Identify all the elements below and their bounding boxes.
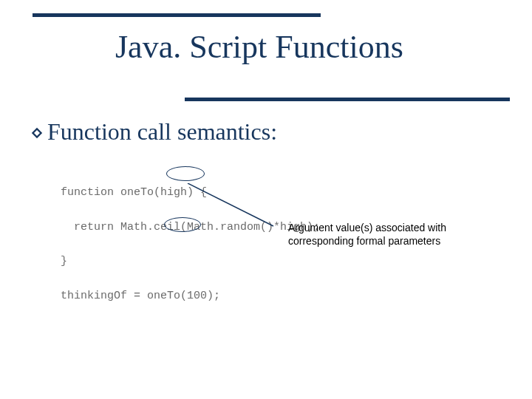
code-line-4: thinkingOf = oneTo(100); <box>61 287 320 304</box>
code-line-1: function oneTo(high) { <box>61 184 320 201</box>
page-title: Java. Script Functions <box>115 28 403 66</box>
diamond-bullet-icon <box>31 127 43 139</box>
title-underline-rule <box>185 98 510 101</box>
code-line-3: } <box>61 253 320 270</box>
top-horizontal-rule <box>33 13 321 17</box>
bullet-text: Function call semantics: <box>47 118 277 146</box>
bullet-row: Function call semantics: <box>31 118 277 146</box>
annotation-text: Argument value(s) associated with corres… <box>288 222 473 248</box>
code-block: function oneTo(high) { return Math.ceil(… <box>61 167 320 321</box>
highlight-oval-argument <box>164 217 201 232</box>
highlight-oval-parameter <box>166 166 205 181</box>
